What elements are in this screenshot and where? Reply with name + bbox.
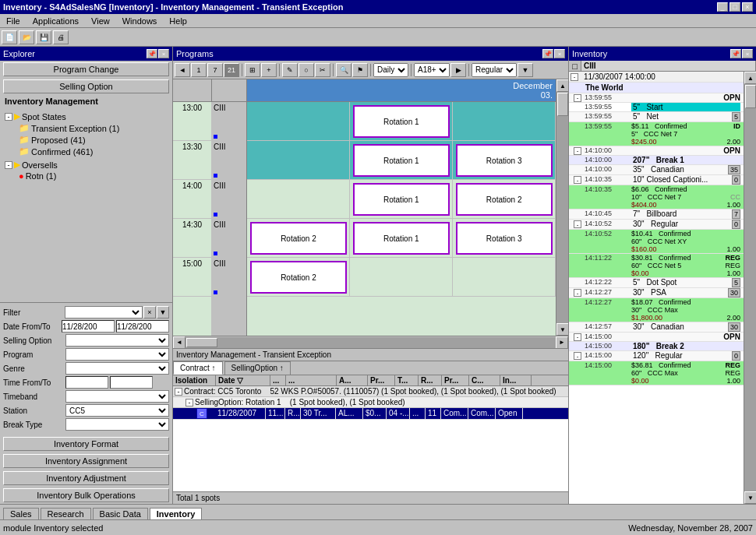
expand-closedcap[interactable]: - <box>574 176 581 184</box>
rotation-block-2[interactable]: Rotation 1 <box>353 144 450 177</box>
tree-oversells[interactable]: - ▶ Oversells <box>3 159 169 171</box>
expand-psa[interactable]: - <box>574 289 581 297</box>
tree-confirmed[interactable]: 📁 Confirmed (461) <box>3 146 169 157</box>
zoom-in-button[interactable]: + <box>261 63 277 77</box>
expand-spot-states[interactable]: - <box>5 113 12 121</box>
expand-oversells[interactable]: - <box>5 161 12 169</box>
program-change-button[interactable]: Program Change <box>3 62 169 76</box>
filter-arrow-button[interactable]: ▼ <box>157 306 169 319</box>
calendar-scrollbar-h[interactable]: ◄ ► <box>173 336 568 348</box>
inventory-bulk-operations-button[interactable]: Inventory Bulk Operations <box>3 488 169 502</box>
menu-windows[interactable]: Windows <box>119 16 161 26</box>
rating-select[interactable]: A18+ <box>414 63 450 77</box>
view-7-button[interactable]: 7 <box>207 63 223 77</box>
station-select[interactable]: CC5 <box>65 404 169 417</box>
tree-transient-exception[interactable]: 📁 Transient Exception (1) <box>3 122 169 134</box>
minimize-button[interactable]: _ <box>717 2 728 12</box>
expand-contract[interactable]: - <box>175 388 182 396</box>
time-from-input[interactable] <box>65 376 108 389</box>
filter-select[interactable] <box>65 306 143 319</box>
tab-selling-option[interactable]: SellingOption ↑ <box>224 361 291 375</box>
program-select[interactable] <box>65 348 169 361</box>
programs-close-button[interactable]: × <box>554 49 565 58</box>
tree-spot-states[interactable]: - ▶ Spot States <box>3 111 169 122</box>
selling-option-select[interactable] <box>65 334 169 347</box>
filter-clear-button[interactable]: × <box>143 306 156 319</box>
tree-proposed[interactable]: 📁 Proposed (41) <box>3 134 169 146</box>
expand-opn2[interactable]: - <box>574 147 581 155</box>
calendar-grid[interactable]: Rotation 1 Rotation 1 Rotation 3 <box>247 102 556 336</box>
inv-scroll-up[interactable]: ▲ <box>744 72 756 84</box>
print-button[interactable]: 🖨 <box>53 30 69 44</box>
expand-opn1[interactable]: - <box>574 94 581 102</box>
timeband-select[interactable] <box>65 390 169 403</box>
tool1-button[interactable]: ✎ <box>282 63 298 77</box>
rotation-block-8[interactable]: Rotation 3 <box>456 222 553 255</box>
rotation-block-9[interactable]: Rotation 2 <box>250 261 347 294</box>
break-type-select[interactable] <box>65 418 169 431</box>
open-button[interactable]: 📂 <box>19 30 34 44</box>
explorer-pin-button[interactable]: 📌 <box>147 49 157 58</box>
time-to-input[interactable] <box>110 376 153 389</box>
grid-button[interactable]: ⊞ <box>245 63 260 77</box>
new-button[interactable]: 📄 <box>2 30 17 44</box>
maximize-button[interactable]: □ <box>730 2 740 12</box>
tool3-button[interactable]: ✂ <box>315 63 330 77</box>
tab-contract[interactable]: Contract ↑ <box>173 361 223 375</box>
tab-inventory[interactable]: Inventory <box>150 508 203 519</box>
expand-regular1[interactable]: - <box>574 220 581 228</box>
scroll-up-button[interactable]: ▲ <box>556 79 568 92</box>
menu-applications[interactable]: Applications <box>30 16 82 26</box>
tool2-button[interactable]: ○ <box>299 63 314 77</box>
tab-research[interactable]: Research <box>41 508 91 519</box>
date-to-input[interactable] <box>116 320 169 333</box>
inventory-scrollbar-v[interactable]: ▲ ▼ <box>744 72 756 504</box>
inventory-pin-button[interactable]: 📌 <box>730 49 741 58</box>
rotation-block-5[interactable]: Rotation 2 <box>456 183 553 216</box>
inv-scroll-down[interactable]: ▼ <box>744 491 756 504</box>
back-button[interactable]: ◄ <box>175 63 190 77</box>
inventory-adjustment-button[interactable]: Inventory Adjustment <box>3 471 169 485</box>
menu-view[interactable]: View <box>88 16 113 26</box>
expand-regular2[interactable]: - <box>574 352 581 360</box>
group-selling-option[interactable]: - SellingOption: Rotation 1 (1 Spot book… <box>173 397 568 408</box>
programs-pin-button[interactable]: 📌 <box>542 49 553 58</box>
scroll-left-button[interactable]: ◄ <box>173 336 185 349</box>
expand-opn3[interactable]: - <box>574 333 581 341</box>
tab-sales[interactable]: Sales <box>3 508 39 519</box>
save-button[interactable]: 💾 <box>36 30 51 44</box>
group-contract[interactable]: - Contract: CC5 Toronto 52 WKS P.O#50057… <box>173 386 568 397</box>
flag-button[interactable]: ⚑ <box>352 63 368 77</box>
close-button[interactable]: × <box>742 2 753 12</box>
explorer-close-button[interactable]: × <box>158 49 169 58</box>
rotation-block-3[interactable]: Rotation 3 <box>456 144 553 177</box>
rating-nav-button[interactable]: ▶ <box>450 63 466 77</box>
daily-select[interactable]: Daily <box>373 63 408 77</box>
inventory-close-button[interactable]: × <box>742 49 753 58</box>
inventory-format-button[interactable]: Inventory Format <box>3 437 169 451</box>
view-21-button[interactable]: 21 <box>224 63 239 77</box>
search-button[interactable]: 🔍 <box>336 63 352 77</box>
date-from-input[interactable] <box>62 320 115 333</box>
inv-expand-1[interactable]: - <box>569 73 581 81</box>
menu-file[interactable]: File <box>3 16 23 26</box>
rotation-block-6[interactable]: Rotation 2 <box>250 222 347 255</box>
rotation-block-4[interactable]: Rotation 1 <box>353 183 450 216</box>
view-1-button[interactable]: 1 <box>191 63 207 77</box>
rotation-block-1[interactable]: Rotation 1 <box>353 105 450 138</box>
menu-help[interactable]: Help <box>166 16 190 26</box>
rotation-block-7[interactable]: Rotation 1 <box>353 222 450 255</box>
inventory-assignment-button[interactable]: Inventory Assignment <box>3 454 169 468</box>
inv-group-date[interactable]: - 11/30/2007 14:00:00 <box>569 72 744 83</box>
format-select[interactable]: Regular <box>472 63 517 77</box>
genre-select[interactable] <box>65 362 169 375</box>
tree-rotn[interactable]: ● Rotn (1) <box>3 171 169 181</box>
scroll-right-button[interactable]: ► <box>556 336 568 349</box>
selling-option-button[interactable]: Selling Option <box>3 79 169 93</box>
scroll-down-button[interactable]: ▼ <box>556 323 568 336</box>
tab-basic-data[interactable]: Basic Data <box>93 508 148 519</box>
calendar-scrollbar-v[interactable]: ▲ ▼ <box>556 79 568 336</box>
grid-data-row[interactable]: C 11/28/2007 11... R... 30 Tr... AL... $… <box>173 408 568 420</box>
expand-selling-option[interactable]: - <box>185 399 193 407</box>
format-dropdown-button[interactable]: ▼ <box>518 63 533 77</box>
